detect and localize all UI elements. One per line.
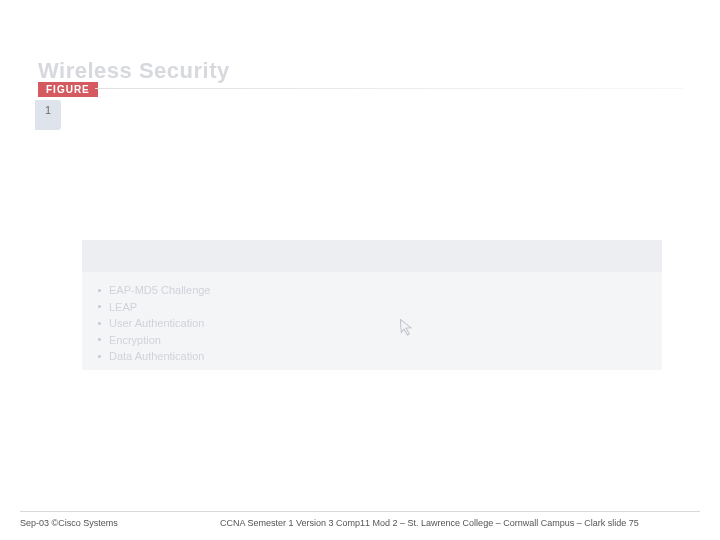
bullet-text: User Authentication [109,315,204,332]
list-item: Data Authentication [98,348,662,365]
tab-strip: 1 [35,100,61,130]
bullet-text: LEAP [109,299,137,316]
bullet-text: Encryption [109,332,161,349]
bullet-icon [98,322,101,325]
footer-divider [20,511,700,512]
content-box-header [82,240,662,272]
footer-left: Sep-03 ©Cisco Systems [20,518,220,528]
bullet-list: EAP-MD5 Challenge LEAP User Authenticati… [82,272,662,365]
bullet-icon [98,338,101,341]
bullet-text: EAP-MD5 Challenge [109,282,211,299]
bullet-icon [98,305,101,308]
title-underline [95,88,683,89]
bullet-icon [98,355,101,358]
list-item: User Authentication [98,315,662,332]
bullet-icon [98,289,101,292]
page-title: Wireless Security [38,58,230,84]
footer-center: CCNA Semester 1 Version 3 Comp11 Mod 2 –… [220,518,700,528]
list-item: LEAP [98,299,662,316]
footer: Sep-03 ©Cisco Systems CCNA Semester 1 Ve… [0,518,720,528]
slide: Wireless Security FIGURE 1 EAP-MD5 Chall… [0,0,720,540]
content-box: EAP-MD5 Challenge LEAP User Authenticati… [82,240,662,370]
tab-1[interactable]: 1 [35,100,61,130]
list-item: Encryption [98,332,662,349]
bullet-text: Data Authentication [109,348,204,365]
list-item: EAP-MD5 Challenge [98,282,662,299]
figure-badge: FIGURE [38,82,98,97]
cursor-icon [399,318,415,341]
